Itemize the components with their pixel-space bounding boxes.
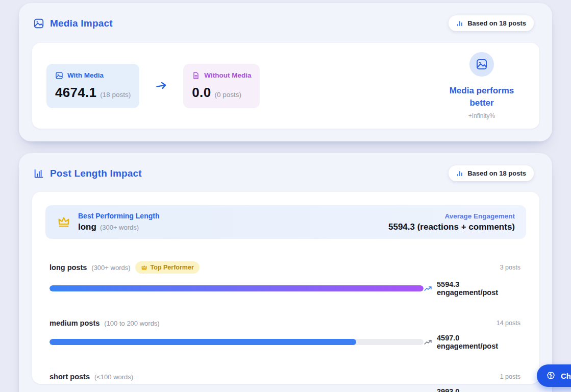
best-performing-texts: Best Performing Length long (300+ words) [78,212,159,232]
based-on-posts-badge: Based on 18 posts [449,15,534,31]
trend-up-icon [424,284,432,293]
row-engagement-value: 4597.0 engagement/post [437,334,520,350]
average-engagement-block: Average Engagement 5594.3 (reactions + c… [388,212,515,232]
section-title-text: Media Impact [50,18,113,29]
length-rows: long posts (300+ words) Top Performer 3 … [49,261,520,392]
based-on-posts-badge: Based on 18 posts [449,165,534,181]
bar-fill [49,339,356,345]
post-length-header: Post Length Impact Based on 18 posts [19,153,552,181]
chat-button-label: Ch [561,372,571,380]
row-bar-line: 5594.3 engagement/post [49,280,520,297]
media-comparison-card: With Media 4674.1 (18 posts) Without [32,43,539,129]
crown-icon [57,215,71,229]
image-icon [469,52,494,77]
length-row-short: short posts (<100 words) 1 posts [49,373,520,392]
chart-axis-icon [33,168,44,179]
row-engagement: 2993.0 engagement/post [424,387,520,392]
row-range: (<100 words) [94,373,133,381]
with-media-value-row: 4674.1 (18 posts) [55,85,131,101]
media-impact-header: Media Impact Based on 18 posts [19,3,552,31]
row-post-count: 14 posts [496,320,520,327]
arrow-right-icon [155,79,168,92]
best-performing-banner: Best Performing Length long (300+ words)… [45,205,526,239]
row-bar-line: 2993.0 engagement/post [49,387,520,392]
bar-track [49,339,424,345]
verdict-text: Media performs better [438,85,525,109]
post-length-section: Post Length Impact Based on 18 posts [19,153,552,392]
best-range: (300+ words) [100,224,139,231]
image-icon [33,18,44,29]
with-media-posts: (18 posts) [100,91,131,99]
row-engagement-value: 5594.3 engagement/post [437,280,520,297]
bar-track [49,285,424,291]
row-bar-line: 4597.0 engagement/post [49,334,520,350]
without-media-tile: Without Media 0.0 (0 posts) [183,64,260,108]
row-label: short posts [49,373,90,381]
length-row-long: long posts (300+ words) Top Performer 3 … [49,261,520,297]
row-top: short posts (<100 words) 1 posts [49,373,520,381]
badge-label: Based on 18 posts [467,19,526,27]
row-label: medium posts [49,319,100,327]
with-media-head: With Media [55,71,131,80]
document-icon [192,71,200,80]
row-post-count: 1 posts [500,373,520,380]
bar-chart-icon [456,20,463,27]
row-top: medium posts (100 to 200 words) 14 posts [49,319,520,327]
row-label: long posts [49,263,87,272]
best-heading: Best Performing Length [78,212,159,220]
bar-chart-icon [456,170,463,177]
top-performer-badge: Top Performer [135,261,200,274]
post-length-card: Best Performing Length long (300+ words)… [32,192,539,384]
row-engagement: 5594.3 engagement/post [424,280,520,297]
row-post-count: 3 posts [500,264,520,271]
row-range: (300+ words) [91,264,130,272]
top-performer-label: Top Performer [151,264,194,271]
badge-label: Based on 18 posts [467,169,526,177]
row-range: (100 to 200 words) [104,320,159,327]
best-performing-left: Best Performing Length long (300+ words) [57,212,159,232]
without-media-posts: (0 posts) [214,91,241,99]
without-media-head: Without Media [192,71,251,80]
row-engagement-value: 2993.0 engagement/post [437,387,520,392]
verdict-delta: +Infinity% [438,112,525,119]
crown-icon [141,264,147,271]
without-media-value: 0.0 [192,85,211,101]
best-value-row: long (300+ words) [78,222,159,232]
trend-up-icon [424,338,432,347]
with-media-tile: With Media 4674.1 (18 posts) [46,64,139,108]
average-value: 5594.3 (reactions + comments) [388,222,515,232]
media-impact-section: Media Impact Based on 18 posts [19,3,552,141]
section-title-text: Post Length Impact [50,168,142,179]
chat-button[interactable]: Ch [537,364,571,387]
with-media-value: 4674.1 [55,85,96,101]
average-heading: Average Engagement [388,212,515,220]
without-media-value-row: 0.0 (0 posts) [192,85,251,101]
best-value: long [78,222,96,232]
brain-icon [545,371,556,381]
row-top: long posts (300+ words) Top Performer 3 … [49,261,520,274]
bar-fill [49,285,424,291]
post-length-title: Post Length Impact [33,168,142,179]
media-verdict: Media performs better +Infinity% [438,52,525,120]
row-engagement: 4597.0 engagement/post [424,334,520,350]
image-icon [55,71,63,80]
length-row-medium: medium posts (100 to 200 words) 14 posts [49,319,520,350]
with-media-label: With Media [67,71,104,79]
media-impact-title: Media Impact [33,18,113,29]
without-media-label: Without Media [204,71,251,79]
